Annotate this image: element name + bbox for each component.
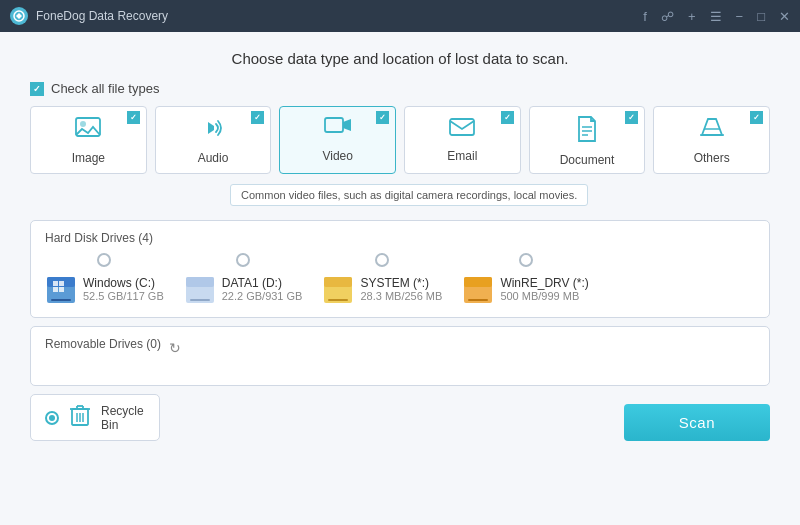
svg-rect-4	[450, 119, 474, 135]
recycle-bin-icon	[69, 403, 91, 432]
email-label: Email	[447, 149, 477, 163]
recycle-bin-radio[interactable]	[45, 411, 59, 425]
drive-winre-size: 500 MB/999 MB	[500, 290, 588, 302]
svg-rect-16	[186, 277, 214, 287]
data-type-document[interactable]: Document	[529, 106, 646, 174]
main-content: Choose data type and location of lost da…	[0, 32, 800, 525]
drive-c-size: 52.5 GB/117 GB	[83, 290, 164, 302]
audio-checkbox[interactable]	[251, 111, 264, 124]
drive-c-name: Windows (C:)	[83, 276, 164, 290]
image-checkbox[interactable]	[127, 111, 140, 124]
check-all-checkbox[interactable]	[30, 82, 44, 96]
svg-rect-11	[53, 281, 58, 286]
maximize-icon[interactable]: □	[757, 9, 765, 24]
close-icon[interactable]: ✕	[779, 9, 790, 24]
removable-title-row: Removable Drives (0) ↻	[45, 337, 755, 359]
drive-system[interactable]: SYSTEM (*:) 28.3 MB/256 MB	[322, 253, 442, 307]
svg-point-2	[80, 121, 86, 127]
data-type-email[interactable]: Email	[404, 106, 521, 174]
video-checkbox[interactable]	[376, 111, 389, 124]
drive-winre-radio[interactable]	[519, 253, 533, 267]
video-tooltip: Common video files, such as digital came…	[230, 184, 588, 206]
drives-grid: Windows (C:) 52.5 GB/117 GB	[45, 253, 755, 307]
drive-c-icon-label: Windows (C:) 52.5 GB/117 GB	[45, 271, 164, 307]
recycle-bin-label: Recycle Bin	[101, 404, 145, 432]
video-icon	[323, 115, 353, 145]
app-logo	[10, 7, 28, 25]
svg-rect-12	[59, 281, 64, 286]
drive-winre[interactable]: WinRE_DRV (*:) 500 MB/999 MB	[462, 253, 588, 307]
drive-system-radio[interactable]	[375, 253, 389, 267]
email-icon	[448, 115, 476, 145]
facebook-icon[interactable]: f	[643, 9, 647, 24]
audio-label: Audio	[198, 151, 229, 165]
email-checkbox[interactable]	[501, 111, 514, 124]
drive-c-radio[interactable]	[97, 253, 111, 267]
app-title: FoneDog Data Recovery	[36, 9, 643, 23]
others-icon	[698, 115, 726, 147]
page-title: Choose data type and location of lost da…	[30, 50, 770, 67]
drive-d-size: 22.2 GB/931 GB	[222, 290, 303, 302]
drive-d-icon-label: DATA1 (D:) 22.2 GB/931 GB	[184, 271, 303, 307]
hard-disk-section: Hard Disk Drives (4)	[30, 220, 770, 318]
plus-icon[interactable]: +	[688, 9, 696, 24]
drive-d[interactable]: DATA1 (D:) 22.2 GB/931 GB	[184, 253, 303, 307]
document-icon	[575, 115, 599, 149]
document-label: Document	[560, 153, 615, 167]
drive-winre-icon-label: WinRE_DRV (*:) 500 MB/999 MB	[462, 271, 588, 307]
audio-icon	[200, 115, 226, 147]
titlebar: FoneDog Data Recovery f ☍ + ☰ − □ ✕	[0, 0, 800, 32]
window-controls: f ☍ + ☰ − □ ✕	[643, 9, 790, 24]
check-all-label: Check all file types	[51, 81, 159, 96]
image-icon	[74, 115, 102, 147]
document-checkbox[interactable]	[625, 111, 638, 124]
bottom-area: Recycle Bin Scan	[30, 394, 770, 441]
refresh-icon[interactable]: ↻	[169, 340, 181, 356]
svg-rect-22	[464, 277, 492, 287]
data-type-audio[interactable]: Audio	[155, 106, 272, 174]
recycle-bin-section[interactable]: Recycle Bin	[30, 394, 160, 441]
chat-icon[interactable]: ☍	[661, 9, 674, 24]
svg-rect-14	[59, 287, 64, 292]
removable-title: Removable Drives (0)	[45, 337, 161, 351]
svg-rect-17	[190, 299, 210, 301]
menu-icon[interactable]: ☰	[710, 9, 722, 24]
drive-c[interactable]: Windows (C:) 52.5 GB/117 GB	[45, 253, 164, 307]
svg-rect-10	[51, 299, 71, 301]
svg-rect-20	[328, 299, 348, 301]
image-label: Image	[72, 151, 105, 165]
drive-system-icon-label: SYSTEM (*:) 28.3 MB/256 MB	[322, 271, 442, 307]
svg-rect-13	[53, 287, 58, 292]
removable-drives-section: Removable Drives (0) ↻	[30, 326, 770, 386]
minimize-icon[interactable]: −	[736, 9, 744, 24]
hard-disk-title: Hard Disk Drives (4)	[45, 231, 755, 245]
others-checkbox[interactable]	[750, 111, 763, 124]
svg-rect-23	[468, 299, 488, 301]
data-types-row: Image Audio Video	[30, 106, 770, 174]
scan-button[interactable]: Scan	[624, 404, 770, 441]
data-type-image[interactable]: Image	[30, 106, 147, 174]
check-all-row[interactable]: Check all file types	[30, 81, 770, 96]
drive-system-size: 28.3 MB/256 MB	[360, 290, 442, 302]
svg-rect-19	[324, 277, 352, 287]
others-label: Others	[694, 151, 730, 165]
drive-d-name: DATA1 (D:)	[222, 276, 303, 290]
drive-winre-name: WinRE_DRV (*:)	[500, 276, 588, 290]
drive-d-radio[interactable]	[236, 253, 250, 267]
data-type-video[interactable]: Video	[279, 106, 396, 174]
video-label: Video	[322, 149, 352, 163]
drive-system-name: SYSTEM (*:)	[360, 276, 442, 290]
svg-rect-3	[325, 118, 343, 132]
scan-button-row: Scan	[624, 404, 770, 441]
data-type-others[interactable]: Others	[653, 106, 770, 174]
